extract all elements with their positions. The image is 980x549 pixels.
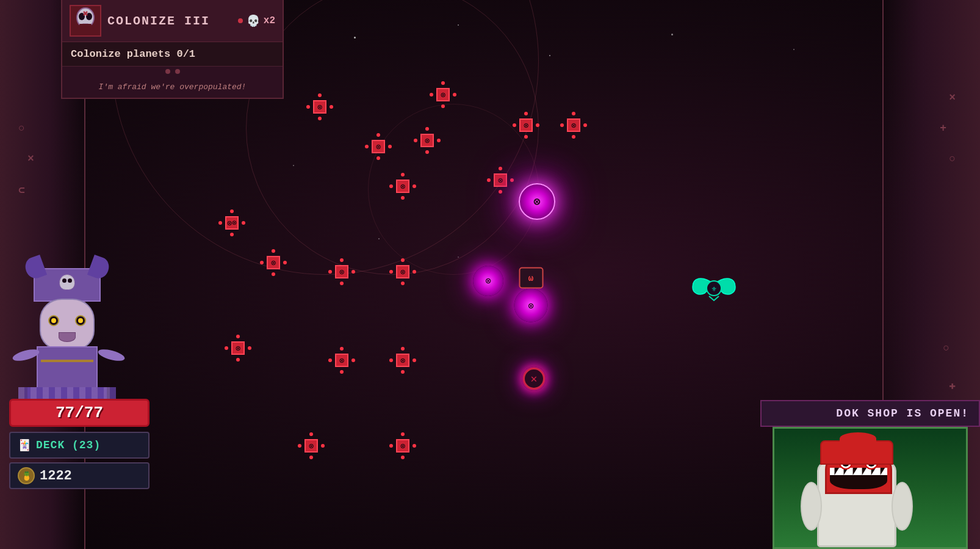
map-node-upper7[interactable] [517, 117, 535, 134]
gold-icon: 🍍 [18, 467, 35, 484]
mission-flavor: I'm afraid we're overpopulated! [62, 78, 283, 98]
deck-bar[interactable]: 🃏 DECK (23) [9, 432, 150, 459]
dok-label-text: DOK SHOP IS OPEN! [836, 407, 969, 420]
map-node-upper1[interactable] [311, 98, 328, 115]
mission-dot-2 [175, 69, 180, 74]
mission-icon [70, 5, 101, 37]
mission-dot-1 [165, 69, 170, 74]
teal-wings-icon: ⚜ [690, 263, 738, 305]
map-node-n15[interactable] [229, 340, 247, 357]
gold-bar: 🍍 1222 [9, 462, 150, 489]
map-node-glow-creature[interactable]: ⊗ ω [514, 289, 548, 322]
map-node-n19[interactable] [394, 437, 411, 454]
mission-title: COLONIZE III [107, 14, 232, 28]
map-node-active[interactable]: ⊗ [519, 183, 555, 220]
mission-title-area: COLONIZE III [107, 14, 232, 28]
deck-text: DECK (23) [36, 439, 101, 451]
deck-icon: 🃏 [18, 438, 31, 452]
dok-shop[interactable]: DOK SHOP IS OPEN! [760, 400, 980, 549]
objective-text: Colonize planets 0/1 [71, 48, 274, 60]
map-node-n16[interactable] [333, 352, 350, 369]
map-node-upper3[interactable] [370, 138, 387, 155]
char-body [37, 346, 98, 392]
arch-mark-1: ○ [18, 122, 25, 134]
dok-portrait[interactable] [773, 427, 968, 549]
skull-dot [238, 18, 243, 23]
arch-mark-3: ⊂ [18, 183, 25, 197]
arch-mark-2: × [27, 153, 34, 165]
health-bar: 77/77 [9, 399, 150, 427]
right-arch-mark-5: ✚ [949, 379, 956, 392]
map-node-n18[interactable] [303, 437, 320, 454]
map-node-n14[interactable] [394, 263, 411, 280]
mission-dots [62, 67, 283, 78]
map-node-upper5[interactable] [394, 178, 411, 195]
flavor-text: I'm afraid we're overpopulated! [71, 82, 274, 92]
current-position-marker: ✕ [523, 368, 545, 390]
right-arch-mark-4: ○ [943, 342, 949, 354]
right-arch-mark-3: ○ [949, 153, 956, 165]
dok-shop-label: DOK SHOP IS OPEN! [760, 400, 980, 427]
mission-card: COLONIZE III 💀 x2 Colonize planets 0/1 I… [61, 0, 284, 99]
mission-objective: Colonize planets 0/1 [62, 42, 283, 67]
skull-count: x2 [264, 15, 275, 26]
skull-icon: 💀 [247, 14, 260, 27]
mission-skull-area: 💀 x2 [238, 14, 275, 27]
mission-header: COLONIZE III 💀 x2 [62, 0, 283, 42]
dok-creature [793, 437, 915, 547]
gold-text: 1222 [40, 468, 72, 484]
right-arch-mark-1: × [949, 92, 956, 104]
character-sprite [0, 262, 134, 402]
right-arch-mark-2: + [940, 122, 946, 134]
char-arm-right [97, 347, 126, 363]
svg-text:⚜: ⚜ [712, 285, 716, 294]
map-node-n13[interactable] [333, 263, 350, 280]
map-node-glow-medium[interactable]: ⊗ [473, 266, 503, 296]
health-text: 77/77 [56, 404, 103, 422]
map-node-n11[interactable]: ⊗ [223, 214, 240, 231]
map-node-n17[interactable] [394, 352, 411, 369]
map-node-upper8[interactable] [565, 117, 582, 134]
star [793, 49, 794, 50]
map-node-upper2[interactable] [434, 86, 452, 103]
char-head [40, 299, 95, 351]
star [671, 34, 673, 35]
map-node-upper6[interactable] [492, 172, 509, 189]
map-node-upper4[interactable] [419, 132, 436, 149]
char-hat [34, 268, 101, 302]
star [549, 55, 550, 56]
map-node-n12[interactable] [265, 254, 282, 271]
